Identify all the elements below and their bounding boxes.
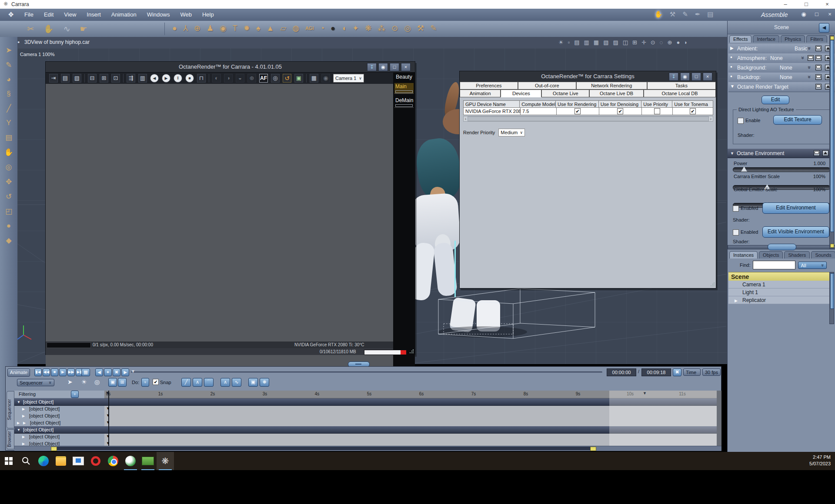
tab-shaders[interactable]: Shaders xyxy=(784,251,810,259)
menu-view[interactable]: View xyxy=(64,11,76,18)
render-preview-icon[interactable]: ☀ xyxy=(81,378,87,385)
pin-icon[interactable]: ↧ xyxy=(367,63,377,71)
scene-item-camera1[interactable]: Camera 1 xyxy=(728,281,830,288)
green-pass-icon[interactable]: ◑ xyxy=(224,74,233,83)
lock-icon[interactable]: ⊓ xyxy=(197,74,206,83)
globe-tool-icon[interactable]: ⊕ xyxy=(194,23,200,33)
pass-main[interactable]: Main xyxy=(394,83,414,94)
storyboard-room-icon[interactable]: ✎ xyxy=(682,10,688,18)
cone-tool-icon[interactable]: ♠ xyxy=(256,24,261,33)
collapse-panel-button[interactable]: ◀ xyxy=(819,23,829,33)
fps-select[interactable]: 30 fps xyxy=(702,368,721,376)
metaball-tool-icon[interactable]: ◖ xyxy=(341,24,346,33)
pointer-tool-icon[interactable]: ☛ xyxy=(80,24,87,34)
fit-all-button[interactable]: ⊞ xyxy=(118,378,127,387)
tween-bezier-icon[interactable]: ⌒ xyxy=(204,378,214,387)
collapse-icon[interactable]: ▼ xyxy=(730,151,734,156)
tab-interface[interactable]: Interface xyxy=(753,35,779,43)
assemble-room-icon[interactable]: ✋ xyxy=(655,10,663,18)
chevron-menu-icon[interactable]: » xyxy=(806,66,812,69)
hscroll-start-cap[interactable] xyxy=(51,447,57,451)
close-button[interactable]: × xyxy=(822,1,832,7)
clipboard-icon[interactable]: ⊡ xyxy=(111,74,120,83)
animate-button[interactable]: Animate xyxy=(7,368,30,377)
tween-oscillate-icon[interactable]: ∿ xyxy=(232,378,241,387)
af-toggle[interactable]: AF xyxy=(259,74,268,83)
use-for-denoising-checkbox[interactable]: ✔ xyxy=(617,108,623,114)
carrara-taskbar-icon[interactable]: ❋ xyxy=(157,452,174,470)
load-icon[interactable] xyxy=(822,150,828,156)
agi-tool-icon[interactable]: AGI xyxy=(305,26,314,31)
panel-layout-icon[interactable]: ◫ xyxy=(623,39,628,46)
pyramid-tool-icon[interactable]: ▲ xyxy=(266,24,274,33)
export-camera-icon[interactable]: ▦ xyxy=(310,74,318,83)
menu-file[interactable]: File xyxy=(24,11,33,18)
select-tool-icon[interactable]: ➤ xyxy=(6,46,12,55)
panel-splitter[interactable] xyxy=(728,245,835,249)
tween-clamp-icon[interactable]: ▣ xyxy=(248,378,258,387)
save-icon[interactable] xyxy=(815,55,822,61)
fill-tool-icon[interactable]: ▤ xyxy=(5,133,12,142)
filtering-select[interactable]: » xyxy=(71,391,79,398)
undo-button[interactable]: ↺ xyxy=(283,74,291,83)
expander-icon[interactable]: ▶ xyxy=(22,442,25,446)
end-time-field[interactable]: 00:09:18 xyxy=(641,368,671,376)
ambient-row[interactable]: ▶ Ambient: Basic » xyxy=(728,44,835,54)
keyframe[interactable]: ▼ xyxy=(106,420,110,424)
tween-discrete-icon[interactable]: ∧ xyxy=(193,378,202,387)
chrome-icon[interactable] xyxy=(104,452,122,470)
translate-tool-icon[interactable]: ✥ xyxy=(6,177,12,186)
delete-key-button[interactable]: ✖ xyxy=(113,368,120,376)
eye-icon[interactable]: ◉ xyxy=(378,63,388,71)
play-button[interactable]: ▶ xyxy=(162,74,170,83)
expander-icon[interactable]: ▶ xyxy=(22,414,25,418)
hscroll-end-cap[interactable] xyxy=(590,447,596,451)
scroll-left-arrow[interactable]: ‹ xyxy=(465,116,466,121)
fountain-tool-icon[interactable]: ⁂ xyxy=(377,23,385,33)
collapse-icon[interactable]: ▼ xyxy=(17,400,20,404)
tab-out-of-core[interactable]: Out-of-core xyxy=(518,82,576,90)
sphere-view-icon[interactable]: ⊙ xyxy=(651,39,655,46)
timeline-hscrollbar[interactable] xyxy=(14,446,721,451)
cube-tool-icon[interactable]: ◆ xyxy=(6,236,11,245)
power-slider[interactable] xyxy=(733,167,830,172)
tab-sounds[interactable]: Sounds xyxy=(811,251,835,259)
batch-icon[interactable]: ⇶ xyxy=(127,74,135,83)
snapshot-icon[interactable]: ◉ xyxy=(321,74,330,83)
background-value[interactable]: None xyxy=(780,65,792,71)
pick-material-icon[interactable]: ◎ xyxy=(271,74,280,83)
panel-eye-icon[interactable]: ◉ xyxy=(799,11,808,17)
side-tab-browser[interactable]: Browser xyxy=(7,429,14,449)
media-app-icon[interactable] xyxy=(70,452,87,470)
modifier-tool-icon[interactable]: ⚒ xyxy=(417,23,424,33)
expander-icon[interactable]: ▶ xyxy=(22,435,25,439)
octane-render-target-row[interactable]: ▼ Octane Render Target xyxy=(728,82,835,92)
pass-demain[interactable]: DeMain xyxy=(394,97,414,108)
rotate-tool-icon[interactable]: ↺ xyxy=(6,192,12,201)
menu-web[interactable]: Web xyxy=(180,11,192,18)
save-icon[interactable] xyxy=(815,84,822,90)
filter-select[interactable]: All » xyxy=(798,262,827,269)
tab-preferences[interactable]: Preferences xyxy=(460,82,518,90)
torus-tool-icon[interactable]: ◔ xyxy=(320,24,324,33)
light-tool-icon[interactable]: ⊙ xyxy=(391,23,398,33)
grid-toggle-icon[interactable]: ⊞ xyxy=(632,39,637,46)
eye-tool-icon[interactable]: ◉ xyxy=(220,23,227,33)
keyframe[interactable]: ▼ xyxy=(106,406,110,411)
ball-view-icon[interactable]: ● xyxy=(676,39,680,46)
camera-tool-icon[interactable]: ◎ xyxy=(404,23,411,33)
chevron-menu-icon[interactable]: » xyxy=(806,76,812,79)
minimize-button[interactable]: – xyxy=(781,1,790,7)
layout-icon[interactable]: ▤ xyxy=(61,74,70,83)
figure-tool-icon[interactable]: ♟ xyxy=(207,23,214,33)
pen-tool-icon[interactable]: ✎ xyxy=(430,23,437,33)
atmosphere-value[interactable]: None xyxy=(770,55,783,61)
panel-maximize-icon[interactable]: □ xyxy=(812,11,821,17)
sidebar-vscrollbar[interactable] xyxy=(829,35,834,249)
render-camera-select[interactable]: Camera 1 ∨ xyxy=(333,74,364,83)
wireframe-mode-icon[interactable]: ▤ xyxy=(574,39,579,46)
visible-environment-enabled-checkbox[interactable] xyxy=(733,229,739,235)
sphere-tool-icon[interactable]: ● xyxy=(172,24,177,33)
use-for-rendering-checkbox[interactable]: ✔ xyxy=(574,108,581,114)
tree-item-camera1[interactable]: [object Object] xyxy=(29,406,60,411)
